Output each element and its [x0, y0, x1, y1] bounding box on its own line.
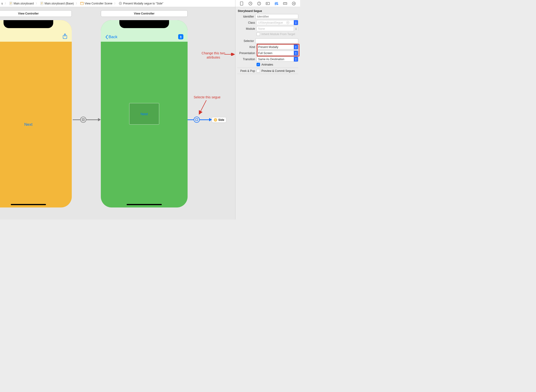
attributes-inspector-tab[interactable]: [274, 1, 279, 6]
presentation-value: Full Screen: [258, 51, 273, 55]
peek-pop-value: Preview & Commit Segues: [260, 69, 295, 73]
scene-title-bar[interactable]: View Controller: [0, 10, 72, 17]
animates-checkbox[interactable]: [257, 63, 260, 66]
svg-rect-32: [266, 2, 269, 5]
module-select[interactable]: None ▲▼: [257, 26, 298, 31]
svg-rect-24: [196, 119, 198, 121]
section-title: Storyboard Segue: [237, 9, 298, 14]
dropdown-stepper-icon[interactable]: ▲▼: [294, 51, 298, 56]
identifier-label: Identifier: [237, 15, 255, 18]
home-indicator: [127, 204, 162, 205]
svg-rect-5: [41, 3, 43, 3]
scene-title-label: View Controller: [134, 12, 154, 15]
download-icon[interactable]: [178, 34, 183, 39]
back-button[interactable]: Back: [105, 35, 117, 39]
svg-line-26: [199, 100, 206, 114]
kind-value: Present Modally: [258, 45, 278, 49]
transition-select[interactable]: Same As Destination ▲▼: [257, 57, 298, 62]
sliders-icon: [274, 1, 279, 6]
history-inspector-tab[interactable]: [248, 1, 253, 6]
svg-rect-21: [82, 118, 84, 121]
help-icon: ?: [257, 1, 261, 6]
svg-rect-1: [10, 3, 12, 3]
view-controller-scene[interactable]: View Controller Back Next: [101, 10, 188, 207]
transition-value: Same As Destination: [258, 58, 284, 61]
storyboard-file-icon: [40, 2, 44, 5]
clock-icon: [248, 1, 253, 6]
device-notch: [4, 20, 53, 28]
scene-title-bar[interactable]: View Controller: [101, 10, 188, 17]
animates-row: Animates: [237, 63, 298, 66]
selector-field[interactable]: [255, 38, 298, 43]
annotation-arrow-icon: [197, 99, 209, 117]
file-inspector-tab[interactable]: [239, 1, 244, 6]
chevron-right-icon: 〉: [75, 2, 79, 5]
identity-inspector-tab[interactable]: [265, 1, 270, 6]
breadcrumb: s 〉 Main.storyboard 〉 Main.storyboard (B…: [0, 1, 262, 6]
scene-title-label: View Controller: [18, 12, 39, 15]
class-select[interactable]: UIStoryboardSegue ▲▼: [257, 20, 298, 25]
scene-icon: [80, 2, 84, 5]
inherit-module-checkbox[interactable]: [257, 32, 260, 36]
module-label: Module: [237, 27, 257, 30]
next-button[interactable]: Next: [141, 112, 148, 116]
breadcrumb-item[interactable]: Main.storyboard (Base): [40, 1, 74, 6]
inherit-module-label: Inherit Module From Target: [260, 33, 295, 36]
breadcrumb-label: s: [1, 2, 3, 5]
clear-icon[interactable]: [286, 21, 289, 24]
inspector-panel: ? Storyboard Segue Identifier Class UISt…: [235, 0, 300, 219]
arrow-right-circle-icon: [292, 1, 296, 6]
svg-rect-28: [240, 2, 243, 5]
svg-rect-22: [83, 119, 84, 120]
device-frame: Next: [0, 20, 72, 207]
document-icon: [239, 1, 244, 6]
inherit-module-row: Inherit Module From Target: [237, 32, 298, 36]
svg-rect-6: [41, 3, 43, 4]
share-icon[interactable]: [62, 33, 67, 39]
scene-dot-icon: [214, 118, 217, 121]
segue-icon: [119, 2, 122, 5]
annotation-text: Change this two attributes: [199, 51, 227, 60]
class-value: UIStoryboardSegue: [258, 21, 283, 24]
presentation-select[interactable]: Full Screen ▲▼: [257, 51, 298, 56]
breadcrumb-item[interactable]: Main.storyboard: [9, 1, 34, 6]
transition-row: Transition Same As Destination ▲▼: [237, 57, 298, 62]
segue-node-icon: [80, 117, 86, 123]
selector-label: Selector: [237, 39, 255, 43]
kind-select[interactable]: Present Modally ▲▼: [257, 45, 298, 49]
size-inspector-tab[interactable]: [283, 1, 287, 6]
container-view[interactable]: Next: [129, 103, 159, 125]
destination-scene-chip[interactable]: Side: [212, 117, 226, 123]
breadcrumb-item[interactable]: View Controller Scene: [80, 1, 113, 6]
module-value: None: [258, 27, 265, 30]
svg-rect-7: [41, 4, 42, 4]
dropdown-stepper-icon[interactable]: ▲▼: [294, 26, 298, 31]
inspector-body: Storyboard Segue Identifier Class UIStor…: [235, 7, 300, 74]
svg-point-25: [215, 119, 216, 121]
device-frame: Back Next: [101, 20, 188, 207]
home-indicator: [11, 204, 46, 205]
segue-arrow-selected[interactable]: [188, 119, 212, 120]
id-card-icon: [265, 1, 270, 6]
help-inspector-tab[interactable]: ?: [257, 1, 261, 6]
dropdown-stepper-icon[interactable]: ▲▼: [294, 45, 298, 49]
segue-arrow[interactable]: [73, 119, 101, 120]
presentation-label: Presentation: [237, 51, 257, 55]
peek-pop-checkbox[interactable]: [257, 69, 260, 73]
connections-inspector-tab[interactable]: [292, 1, 296, 6]
breadcrumb-item[interactable]: s: [1, 1, 3, 6]
next-button[interactable]: Next: [24, 122, 33, 127]
storyboard-canvas[interactable]: View Controller Next: [0, 7, 235, 219]
segue-node-icon: [194, 117, 200, 123]
identifier-field[interactable]: [255, 14, 298, 19]
dropdown-stepper-icon[interactable]: ▲▼: [294, 57, 298, 62]
peek-pop-label: Peek & Pop: [237, 69, 257, 73]
module-row: Module None ▲▼: [237, 26, 298, 31]
chevron-right-icon: 〉: [114, 2, 117, 5]
ruler-icon: [283, 1, 287, 6]
view-controller-scene[interactable]: View Controller Next: [0, 10, 72, 207]
breadcrumb-item[interactable]: Present Modally segue to "Side": [118, 1, 164, 6]
dropdown-stepper-icon[interactable]: ▲▼: [294, 20, 298, 25]
peek-pop-row: Peek & Pop Preview & Commit Segues: [237, 68, 298, 74]
animates-label: Animates: [260, 63, 273, 66]
